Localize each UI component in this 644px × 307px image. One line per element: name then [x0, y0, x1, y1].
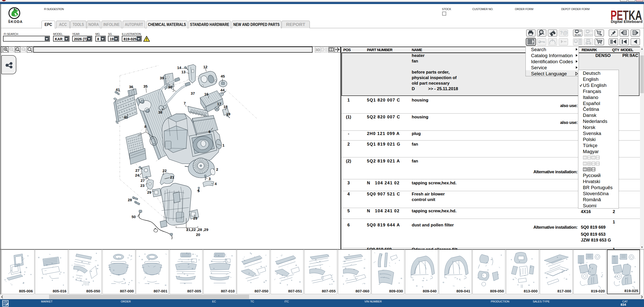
svg-text:35: 35	[143, 84, 148, 88]
svg-text:6: 6	[209, 129, 211, 134]
svg-text:16: 16	[204, 92, 209, 96]
svg-text:AUTOPART: AUTOPART	[125, 22, 143, 27]
svg-text:5: 5	[198, 189, 200, 193]
svg-text:29: 29	[193, 216, 198, 220]
svg-text:12: 12	[203, 65, 208, 69]
svg-text:21: 21	[170, 175, 174, 179]
svg-text:ACC: ACC	[59, 22, 67, 27]
svg-text:39: 39	[160, 76, 164, 80]
svg-text:45: 45	[221, 74, 225, 78]
svg-text:37: 37	[191, 91, 195, 95]
svg-text:50: 50	[132, 215, 136, 219]
svg-text:38: 38	[158, 110, 163, 114]
svg-text:13: 13	[181, 70, 186, 74]
svg-text:14: 14	[177, 65, 181, 70]
svg-text:44: 44	[220, 88, 225, 92]
svg-text:41: 41	[116, 87, 120, 92]
svg-text:Digital Eliteboard: Digital Eliteboard	[611, 20, 642, 24]
svg-text:38: 38	[168, 85, 172, 89]
svg-text:4: 4	[215, 182, 217, 186]
svg-text:20: 20	[196, 232, 200, 237]
svg-text:EPC: EPC	[45, 22, 52, 27]
svg-text:19: 19	[226, 112, 231, 116]
svg-text:40: 40	[124, 115, 128, 119]
svg-text:29: 29	[147, 190, 151, 194]
svg-text:NEW AND DROPPED PARTS: NEW AND DROPPED PARTS	[233, 22, 280, 27]
svg-text:?@: ?@	[560, 30, 568, 36]
svg-text:22: 22	[163, 168, 167, 173]
svg-text:18: 18	[223, 105, 228, 109]
svg-text:ŠKODA: ŠKODA	[8, 19, 23, 24]
svg-text:DEPOT: DEPOT	[585, 34, 593, 36]
svg-text:2: 2	[216, 167, 218, 172]
svg-text:8: 8	[144, 124, 146, 129]
svg-text:CHEMICAL MATERIALS: CHEMICAL MATERIALS	[148, 22, 186, 27]
svg-text:7: 7	[184, 101, 186, 105]
svg-text:23: 23	[140, 183, 145, 188]
svg-text:REPORT: REPORT	[286, 22, 306, 27]
svg-text:INFOLINE: INFOLINE	[103, 22, 120, 27]
svg-text:ELSA: ELSA	[575, 34, 581, 36]
svg-text:27: 27	[141, 178, 145, 183]
svg-text:17: 17	[217, 102, 221, 106]
svg-text:100%: 100%	[22, 49, 26, 50]
svg-text:3: 3	[209, 177, 211, 181]
svg-text:STANDARD HARDWARE: STANDARD HARDWARE	[190, 22, 229, 27]
svg-text:27: 27	[135, 168, 140, 173]
svg-text:28: 28	[128, 198, 132, 202]
svg-text:TOOLS: TOOLS	[73, 22, 84, 27]
svg-text:21,22 ,28 ,29: 21,22 ,28 ,29	[186, 227, 208, 232]
svg-text:1: 1	[222, 143, 224, 147]
svg-text:24: 24	[135, 173, 139, 177]
svg-text:NORA: NORA	[88, 22, 99, 27]
svg-text:36: 36	[129, 85, 133, 89]
